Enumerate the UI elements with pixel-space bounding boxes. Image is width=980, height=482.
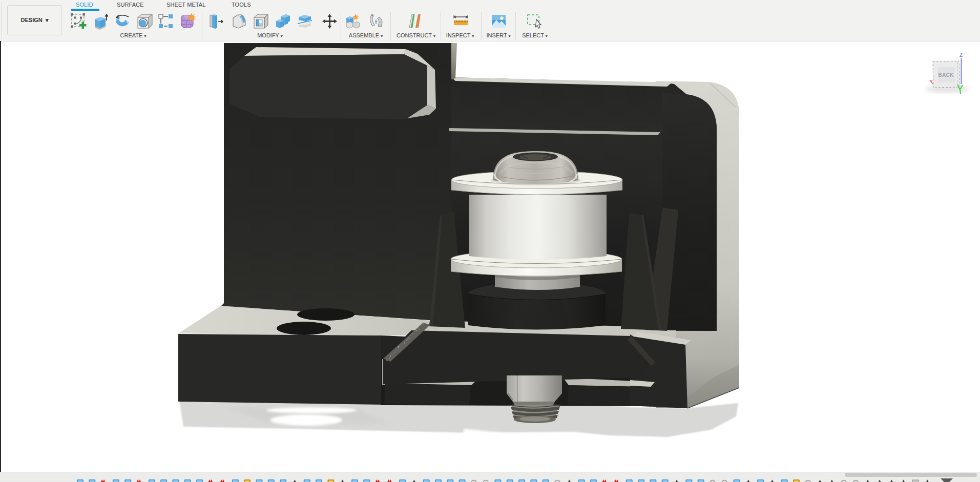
svg-text:Z: Z bbox=[960, 52, 963, 58]
svg-text:BACK: BACK bbox=[938, 72, 954, 78]
